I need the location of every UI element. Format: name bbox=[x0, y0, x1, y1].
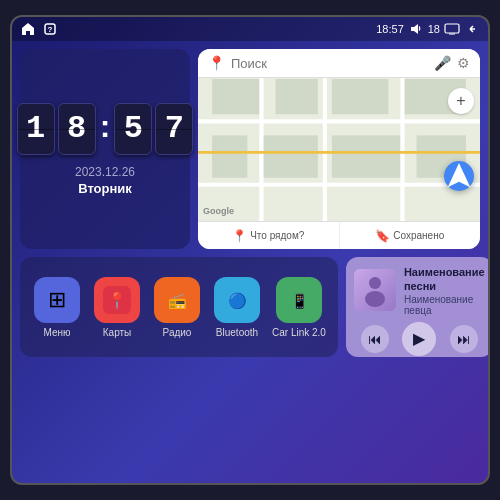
status-time: 18:57 bbox=[376, 23, 404, 35]
clock-widget: 1 8 : 5 7 2023.12.26 Вторник bbox=[20, 49, 190, 249]
app-maps[interactable]: 📍 Карты bbox=[92, 277, 142, 338]
map-settings-icon[interactable]: ⚙ bbox=[457, 55, 470, 71]
music-artist: Наименование певца bbox=[404, 294, 485, 316]
map-nav-button[interactable] bbox=[444, 161, 474, 191]
clock-date: 2023.12.26 bbox=[75, 165, 135, 179]
question-icon[interactable]: ? bbox=[42, 21, 58, 37]
map-area[interactable]: + Google bbox=[198, 78, 480, 221]
menu-icon: ⊞ bbox=[34, 277, 80, 323]
bluetooth-icon: 🔵 bbox=[214, 277, 260, 323]
map-bottom-tabs: 📍 Что рядом? 🔖 Сохранено bbox=[198, 221, 480, 249]
app-bluetooth-label: Bluetooth bbox=[216, 327, 258, 338]
clock-hour1: 1 bbox=[17, 103, 55, 155]
music-album-art bbox=[354, 269, 396, 311]
map-tab-nearby[interactable]: 📍 Что рядом? bbox=[198, 222, 340, 249]
app-menu-label: Меню bbox=[43, 327, 70, 338]
map-widget: 📍 🎤 ⚙ bbox=[198, 49, 480, 249]
svg-text:?: ? bbox=[48, 25, 53, 34]
map-tab-saved[interactable]: 🔖 Сохранено bbox=[340, 222, 481, 249]
home-icon[interactable] bbox=[20, 21, 36, 37]
flip-clock: 1 8 : 5 7 bbox=[17, 103, 194, 155]
app-radio-label: Радио bbox=[163, 327, 192, 338]
music-controls: ⏮ ▶ ⏭ bbox=[354, 322, 485, 356]
music-widget: Наименование песни Наименование певца ⏮ … bbox=[346, 257, 490, 357]
svg-rect-11 bbox=[332, 135, 403, 177]
svg-point-29 bbox=[365, 291, 385, 307]
svg-text:🔵: 🔵 bbox=[228, 292, 247, 310]
mic-icon[interactable]: 🎤 bbox=[434, 55, 451, 71]
svg-rect-10 bbox=[261, 135, 317, 177]
main-content: 1 8 : 5 7 2023.12.26 Вторник 📍 🎤 bbox=[12, 41, 488, 483]
nearby-icon: 📍 bbox=[232, 229, 247, 243]
music-title: Наименование песни bbox=[404, 265, 485, 294]
music-next-button[interactable]: ⏭ bbox=[450, 325, 478, 353]
clock-hours: 1 8 bbox=[17, 103, 96, 155]
clock-min2: 7 bbox=[155, 103, 193, 155]
carlink-icon: 📱 bbox=[276, 277, 322, 323]
status-battery-num: 18 bbox=[428, 23, 440, 35]
status-right-info: 18:57 18 bbox=[376, 21, 480, 37]
map-search-input[interactable] bbox=[231, 56, 428, 71]
svg-text:📍: 📍 bbox=[107, 291, 127, 310]
music-prev-button[interactable]: ⏮ bbox=[361, 325, 389, 353]
svg-rect-7 bbox=[332, 79, 388, 114]
app-radio[interactable]: 📻 Радио bbox=[152, 277, 202, 338]
display-icon[interactable] bbox=[444, 21, 460, 37]
app-menu[interactable]: ⊞ Меню bbox=[32, 277, 82, 338]
svg-rect-5 bbox=[212, 79, 261, 114]
bottom-row: ⊞ Меню 📍 Карты bbox=[20, 257, 480, 357]
radio-icon: 📻 bbox=[154, 277, 200, 323]
music-text: Наименование песни Наименование певца bbox=[404, 265, 485, 316]
top-row: 1 8 : 5 7 2023.12.26 Вторник 📍 🎤 bbox=[20, 49, 480, 249]
status-bar: ? 18:57 18 bbox=[12, 17, 488, 41]
clock-hour2: 8 bbox=[58, 103, 96, 155]
app-maps-label: Карты bbox=[103, 327, 132, 338]
svg-point-28 bbox=[369, 277, 381, 289]
map-search-bar: 📍 🎤 ⚙ bbox=[198, 49, 480, 78]
map-google-logo: Google bbox=[203, 206, 234, 216]
map-pin-icon: 📍 bbox=[208, 55, 225, 71]
app-carlink-label: Car Link 2.0 bbox=[272, 327, 326, 338]
app-carlink[interactable]: 📱 Car Link 2.0 bbox=[272, 277, 326, 338]
app-grid: ⊞ Меню 📍 Карты bbox=[20, 257, 338, 357]
maps-icon: 📍 bbox=[94, 277, 140, 323]
device-frame: ? 18:57 18 bbox=[10, 15, 490, 485]
back-icon[interactable] bbox=[464, 21, 480, 37]
app-bluetooth[interactable]: 🔵 Bluetooth bbox=[212, 277, 262, 338]
svg-text:📱: 📱 bbox=[290, 293, 308, 310]
svg-rect-2 bbox=[445, 24, 459, 33]
music-play-button[interactable]: ▶ bbox=[402, 322, 436, 356]
clock-minutes: 5 7 bbox=[114, 103, 193, 155]
clock-min1: 5 bbox=[114, 103, 152, 155]
svg-rect-6 bbox=[276, 79, 318, 114]
clock-colon: : bbox=[100, 108, 111, 145]
volume-icon[interactable] bbox=[408, 21, 424, 37]
saved-icon: 🔖 bbox=[375, 229, 390, 243]
clock-day: Вторник bbox=[78, 181, 132, 196]
svg-text:📻: 📻 bbox=[168, 292, 187, 310]
status-left-icons: ? bbox=[20, 21, 58, 37]
music-track-info: Наименование песни Наименование певца bbox=[354, 265, 485, 316]
map-zoom-btn[interactable]: + bbox=[448, 88, 474, 114]
svg-rect-9 bbox=[212, 135, 247, 177]
